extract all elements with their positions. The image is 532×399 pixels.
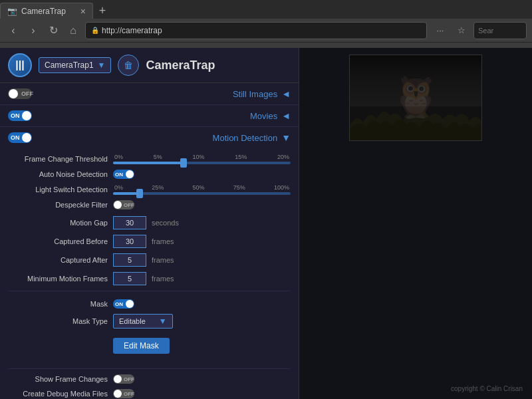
frame-change-ticks: 0% 5% 10% 15% 20% <box>113 154 291 160</box>
captured-before-input[interactable] <box>113 235 146 248</box>
captured-before-label: Captured Before <box>8 237 108 245</box>
home-btn[interactable]: ⌂ <box>65 23 81 39</box>
still-images-header[interactable]: OFF Still Images ◄ <box>0 83 299 104</box>
camera-preview: 🦉 <box>349 55 482 141</box>
app-container: ||| CameraTrap1 ▼ 🗑 CameraTrap OFF Sti <box>0 48 532 399</box>
tab-favicon: 📷 <box>7 7 17 16</box>
movies-toggle-label: ON <box>11 112 20 119</box>
frame-change-track <box>113 162 184 164</box>
captured-before-row: Captured Before frames <box>8 235 291 248</box>
light-switch-slider[interactable] <box>113 192 291 195</box>
frame-change-thumb[interactable] <box>180 158 187 168</box>
auto-noise-toggle[interactable]: ON <box>113 170 134 179</box>
motion-detection-toggle-knob <box>22 133 31 142</box>
motion-detection-arrow: ▼ <box>281 132 291 143</box>
show-frame-changes-toggle[interactable]: OFF <box>113 374 134 384</box>
still-images-section: OFF Still Images ◄ <box>0 83 299 105</box>
new-tab-btn[interactable]: + <box>93 3 112 19</box>
camera-name: CameraTrap1 <box>45 61 94 70</box>
logo-text: ||| <box>15 59 24 71</box>
auto-noise-label: Auto Noise Detection <box>8 170 108 178</box>
edit-mask-btn[interactable]: Edit Mask <box>113 338 170 354</box>
bookmark-btn[interactable]: ☆ <box>452 22 471 39</box>
frame-change-row: Frame Change Threshold 0% 5% 10% 15% 20% <box>8 154 291 164</box>
mask-toggle[interactable]: ON <box>113 299 134 309</box>
nav-bar: ‹ › ↻ ⌂ 🔒 http://cameratrap ··· ☆ <box>0 19 532 43</box>
back-btn[interactable]: ‹ <box>5 23 21 39</box>
despeckle-toggle-label: OFF <box>124 202 134 208</box>
mask-type-row: Mask Type Editable ▼ <box>8 314 291 329</box>
auto-noise-row: Auto Noise Detection ON <box>8 170 291 179</box>
browser-chrome: 📷 CameraTrap × + ‹ › ↻ ⌂ 🔒 http://camera… <box>0 0 532 48</box>
address-bar[interactable]: 🔒 http://cameratrap <box>85 22 427 39</box>
captured-after-input[interactable] <box>113 253 146 267</box>
right-panel: 🦉 copyright © Calin Crisan <box>299 48 532 399</box>
still-images-title: Still Images <box>32 89 277 99</box>
edit-mask-row: Edit Mask <box>113 334 291 354</box>
motion-gap-unit: seconds <box>152 219 179 227</box>
address-url: http://cameratrap <box>102 26 162 35</box>
create-debug-label: Create Debug Media Files <box>8 390 108 398</box>
min-motion-label: Minimum Motion Frames <box>8 275 108 283</box>
mask-type-dropdown[interactable]: Editable ▼ <box>113 314 173 329</box>
auto-noise-toggle-knob <box>126 170 134 178</box>
tab-title: CameraTrap <box>21 7 66 16</box>
motion-detection-section: ON Motion Detection ▼ Frame Change Thres… <box>0 127 299 399</box>
min-motion-unit: frames <box>152 275 174 283</box>
movies-header[interactable]: ON Movies ◄ <box>0 105 299 126</box>
motion-detection-toggle[interactable]: ON <box>8 132 32 143</box>
forward-btn[interactable]: › <box>25 23 41 39</box>
captured-after-unit: frames <box>152 256 174 264</box>
despeckle-label: Despeckle Filter <box>8 201 108 209</box>
motion-gap-input[interactable] <box>113 216 146 229</box>
mask-toggle-label: ON <box>115 301 123 307</box>
debug-section: Show Frame Changes OFF Create Debug Medi… <box>8 368 291 398</box>
movies-toggle-knob <box>22 111 31 120</box>
frame-change-slider[interactable] <box>113 162 291 164</box>
tab-bar: 📷 CameraTrap × + <box>0 0 532 19</box>
captured-after-label: Captured After <box>8 256 108 264</box>
owl-watermark: 🦉 <box>391 73 441 120</box>
delete-camera-btn[interactable]: 🗑 <box>118 55 139 76</box>
refresh-btn[interactable]: ↻ <box>45 23 61 39</box>
mask-toggle-knob <box>126 300 134 308</box>
search-input[interactable] <box>473 22 527 39</box>
app-title: CameraTrap <box>146 59 215 72</box>
light-switch-thumb[interactable] <box>136 189 143 198</box>
camera-select[interactable]: CameraTrap1 ▼ <box>39 57 111 73</box>
show-frame-changes-toggle-label: OFF <box>124 376 134 382</box>
camera-select-arrow: ▼ <box>98 61 106 70</box>
mask-label: Mask <box>8 300 108 308</box>
create-debug-toggle-label: OFF <box>124 391 134 397</box>
movies-toggle[interactable]: ON <box>8 110 32 121</box>
movies-title: Movies <box>32 111 277 121</box>
motion-detection-header[interactable]: ON Motion Detection ▼ <box>0 127 299 148</box>
motion-detection-toggle-label: ON <box>11 134 20 141</box>
create-debug-toggle[interactable]: OFF <box>113 389 134 398</box>
despeckle-toggle[interactable]: OFF <box>113 200 134 209</box>
mask-type-arrow: ▼ <box>159 317 167 326</box>
min-motion-input[interactable] <box>113 272 146 285</box>
trash-icon: 🗑 <box>124 60 133 70</box>
frame-change-slider-container: 0% 5% 10% 15% 20% <box>113 154 291 164</box>
motion-gap-row: Motion Gap seconds <box>8 216 291 229</box>
still-images-toggle-area: OFF <box>8 88 32 99</box>
menu-buttons: ··· ☆ <box>431 22 527 39</box>
app-logo: ||| <box>8 53 32 77</box>
mask-row: Mask ON <box>8 299 291 309</box>
light-switch-slider-container: 0% 25% 50% 75% 100% <box>113 184 291 195</box>
still-images-toggle[interactable]: OFF <box>8 88 32 99</box>
light-switch-row: Light Switch Detection 0% 25% 50% 75% 10… <box>8 184 291 195</box>
create-debug-row: Create Debug Media Files OFF <box>8 389 291 398</box>
active-tab[interactable]: 📷 CameraTrap × <box>0 3 93 19</box>
despeckle-toggle-knob <box>114 201 122 209</box>
mask-type-value: Editable <box>119 317 146 325</box>
mask-container: Mask ON Mask Type Editable ▼ <box>8 291 291 363</box>
more-menu-btn[interactable]: ··· <box>431 22 450 39</box>
motion-gap-label: Motion Gap <box>8 219 108 227</box>
preview-image: 🦉 <box>350 55 481 140</box>
min-motion-row: Minimum Motion Frames frames <box>8 272 291 285</box>
copyright-text: copyright © Calin Crisan <box>306 385 525 392</box>
tab-close-btn[interactable]: × <box>80 6 86 17</box>
show-frame-changes-label: Show Frame Changes <box>8 375 108 383</box>
